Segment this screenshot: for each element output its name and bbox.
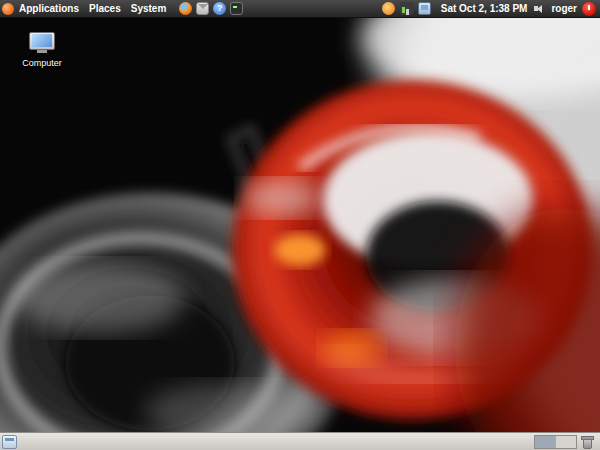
menu-places-label: Places — [89, 3, 121, 14]
system-tray — [378, 2, 435, 15]
menu-system-label: System — [131, 3, 167, 14]
panel-launchers: ? — [179, 2, 243, 15]
volume-icon[interactable] — [533, 2, 546, 15]
top-panel: Applications Places System ? Sat Oct 2, … — [0, 0, 600, 18]
desktop-area[interactable]: Computer — [0, 18, 600, 432]
mail-icon[interactable] — [196, 2, 209, 15]
ubuntu-logo-icon[interactable] — [2, 3, 14, 15]
menu-system[interactable]: System — [126, 0, 172, 17]
clock[interactable]: Sat Oct 2, 1:38 PM — [435, 3, 534, 14]
workspace-switcher — [534, 435, 577, 449]
network-icon[interactable] — [400, 2, 413, 15]
workspace-1[interactable] — [535, 436, 555, 448]
firefox-icon[interactable] — [179, 2, 192, 15]
update-notifier-icon[interactable] — [382, 2, 395, 15]
desktop-icon-computer[interactable]: Computer — [14, 32, 70, 68]
bottom-panel — [0, 432, 600, 450]
trash-icon[interactable] — [581, 435, 594, 449]
display-icon[interactable] — [418, 2, 431, 15]
menu-applications[interactable]: Applications — [14, 0, 84, 17]
show-desktop-icon[interactable] — [2, 435, 17, 449]
terminal-icon[interactable] — [230, 2, 243, 15]
computer-icon — [27, 32, 57, 56]
user-menu[interactable]: roger — [546, 3, 582, 14]
workspace-2[interactable] — [556, 436, 576, 448]
wallpaper — [0, 18, 600, 432]
menu-places[interactable]: Places — [84, 0, 126, 17]
desktop-screen: Applications Places System ? Sat Oct 2, … — [0, 0, 600, 450]
shutdown-icon[interactable] — [582, 2, 596, 16]
menu-applications-label: Applications — [19, 3, 79, 14]
help-icon[interactable]: ? — [213, 2, 226, 15]
desktop-icon-label: Computer — [14, 58, 70, 68]
window-list[interactable] — [17, 433, 534, 450]
